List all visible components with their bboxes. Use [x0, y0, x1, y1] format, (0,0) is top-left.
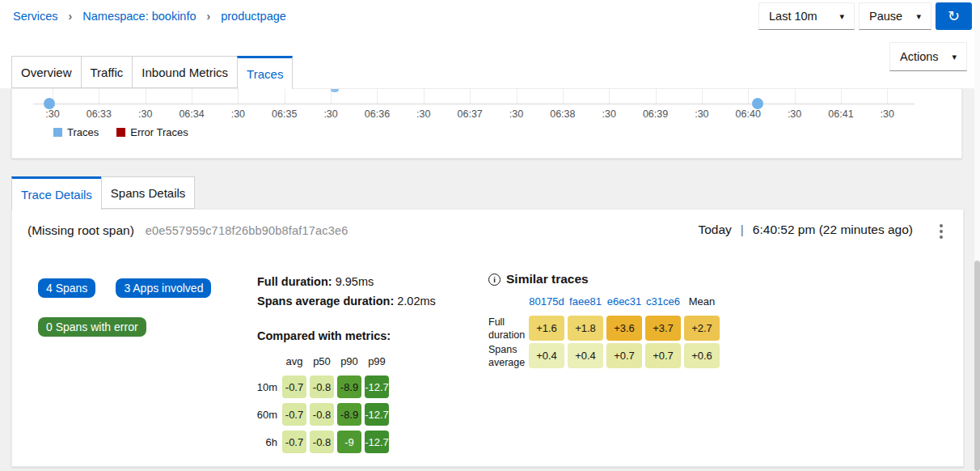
- trace-point[interactable]: [44, 98, 55, 109]
- service-tabs: OverviewTrafficInbound MetricsTraces: [11, 56, 293, 89]
- trace-durations: Full duration: 9.95ms Spans average dura…: [257, 272, 436, 311]
- trace-time-ago: 6:40:52 pm (22 minutes ago): [753, 223, 913, 237]
- x-axis-tick-label: :30: [399, 108, 448, 120]
- x-axis-tick-label: 06:37: [446, 108, 494, 120]
- similar-trace-link[interactable]: c31ce6: [645, 295, 681, 313]
- duration-select-value: Last 10m: [769, 10, 817, 23]
- full-duration-line: Full duration: 9.95ms: [257, 272, 436, 291]
- similar-row-label: Full duration: [488, 316, 526, 342]
- metrics-col-header: p50: [310, 355, 334, 367]
- badge-4-spans: 4 Spans: [38, 278, 95, 298]
- tab-spans-details[interactable]: Spans Details: [101, 176, 196, 209]
- chart-legend: TracesError Traces: [53, 126, 188, 138]
- metrics-delta-cell: -12.7: [365, 431, 389, 453]
- trace-badges: 4 Spans3 Apps involved0 Spans with error: [38, 278, 264, 337]
- refresh-icon: ↻: [948, 4, 960, 28]
- separator: |: [741, 223, 744, 237]
- metrics-delta-cell: -12.7: [365, 403, 389, 426]
- spans-average-line: Spans average duration: 2.02ms: [257, 291, 436, 311]
- refresh-button[interactable]: ↻: [936, 2, 972, 30]
- trace-point[interactable]: [752, 98, 763, 109]
- similar-trace-link[interactable]: 80175d: [529, 295, 564, 313]
- chart-gridline: [146, 89, 146, 104]
- badge-0-spans-with-error: 0 Spans with error: [38, 317, 146, 337]
- chevron-right-icon: ›: [207, 11, 211, 22]
- x-axis-tick-label: :30: [213, 108, 262, 120]
- trace-id: e0e557959c718f26bb90b8faf17ac3e6: [146, 224, 348, 237]
- metrics-delta-cell: -0.8: [310, 376, 334, 398]
- chart-gridline: [887, 89, 888, 104]
- x-axis-tick-label: :30: [306, 108, 355, 120]
- legend-label: Traces: [67, 126, 99, 138]
- x-axis-tick-label: 06:34: [167, 108, 216, 120]
- breadcrumb-item-productpage[interactable]: productpage: [221, 10, 286, 23]
- metrics-delta-cell: -8.9: [337, 403, 361, 426]
- trace-point-clipped[interactable]: [331, 89, 339, 92]
- legend-item-traces[interactable]: Traces: [53, 126, 99, 138]
- legend-item-error-traces[interactable]: Error Traces: [116, 126, 188, 138]
- kiali-service-traces-page: Services›Namespace: bookinfo›productpage…: [0, 0, 980, 471]
- metrics-delta-cell: -8.9: [337, 376, 361, 398]
- tab-traces[interactable]: Traces: [237, 56, 293, 89]
- trace-timestamp: Today | 6:40:52 pm (22 minutes ago): [698, 223, 913, 237]
- similar-delta-cell: +1.8: [568, 316, 603, 341]
- tab-overview[interactable]: Overview: [11, 56, 82, 88]
- x-axis-tick-label: 06:41: [817, 108, 865, 120]
- similar-trace-link[interactable]: e6ec31: [606, 295, 642, 313]
- metrics-row-label: 10m: [245, 381, 279, 393]
- traces-scatter-chart-card: :3006:33:3006:34:3006:35:3006:36:3006:37…: [11, 88, 962, 159]
- legend-swatch: [53, 128, 62, 137]
- chart-gridline: [470, 89, 471, 104]
- chart-gridline: [563, 89, 564, 104]
- chevron-right-icon: ›: [69, 11, 73, 22]
- full-duration-value: 9.95ms: [336, 275, 374, 288]
- chart-gridline: [285, 89, 285, 104]
- tab-trace-details[interactable]: Trace Details: [11, 176, 102, 210]
- breadcrumb-item-services[interactable]: Services: [13, 10, 58, 23]
- x-axis-tick-label: :30: [492, 108, 541, 120]
- metrics-delta-cell: -0.8: [310, 431, 334, 453]
- chart-gridline: [377, 89, 378, 104]
- similar-traces-table: 80175dfaee81e6ec31c31ce6MeanFull duratio…: [488, 292, 720, 368]
- tab-traffic[interactable]: Traffic: [81, 56, 133, 88]
- duration-select[interactable]: Last 10m ▾: [758, 2, 855, 30]
- trace-header: (Missing root span) e0e557959c718f26bb90…: [27, 223, 348, 238]
- metrics-col-header: avg: [282, 355, 306, 367]
- trace-day: Today: [698, 223, 731, 237]
- metrics-col-header: p90: [337, 355, 361, 367]
- chart-gridline: [702, 89, 703, 104]
- chart-gridline: [609, 89, 610, 104]
- breadcrumb-item-namespace-bookinfo[interactable]: Namespace: bookinfo: [82, 10, 196, 23]
- compare-metrics-table: avgp50p90p9910m-0.7-0.8-8.9-12.760m-0.7-…: [245, 351, 389, 453]
- info-icon[interactable]: i: [488, 274, 501, 286]
- metrics-delta-cell: -0.7: [282, 403, 306, 426]
- breadcrumb: Services›Namespace: bookinfo›productpage: [13, 10, 286, 23]
- metrics-row-label: 60m: [245, 409, 279, 421]
- x-axis-tick-label: 06:36: [353, 108, 401, 120]
- x-axis-tick-label: 06:35: [260, 108, 309, 120]
- chart-gridline: [192, 89, 192, 104]
- metrics-row-label: 6h: [245, 436, 279, 448]
- chart-gridline: [517, 89, 517, 104]
- trace-details-card: (Missing root span) e0e557959c718f26bb90…: [11, 209, 964, 467]
- kebab-menu-icon[interactable]: [937, 222, 945, 241]
- chart-gridline: [748, 89, 749, 104]
- vertical-scrollbar[interactable]: [974, 0, 980, 471]
- actions-dropdown[interactable]: Actions ▾: [889, 42, 967, 71]
- chevron-down-icon: ▾: [839, 11, 844, 22]
- similar-trace-link[interactable]: faee81: [568, 295, 603, 313]
- chart-gridline: [238, 89, 239, 104]
- similar-traces-header: i Similar traces: [488, 272, 589, 286]
- x-axis-tick-label: 06:33: [74, 108, 123, 120]
- refresh-interval-value: Pause: [869, 10, 902, 23]
- chart-gridline: [424, 89, 425, 104]
- scrollbar-thumb[interactable]: [974, 261, 980, 471]
- refresh-interval-select[interactable]: Pause ▾: [859, 2, 931, 30]
- compare-metrics-heading: Compared with metrics:: [257, 329, 391, 342]
- trace-detail-tabs: Trace DetailsSpans Details: [11, 176, 195, 210]
- tab-inbound-metrics[interactable]: Inbound Metrics: [132, 56, 238, 88]
- similar-row-label: Spans average: [488, 343, 526, 369]
- similar-delta-cell: +2.7: [684, 316, 720, 341]
- x-axis-tick-label: 06:38: [539, 108, 587, 120]
- similar-delta-cell: +0.4: [529, 343, 564, 368]
